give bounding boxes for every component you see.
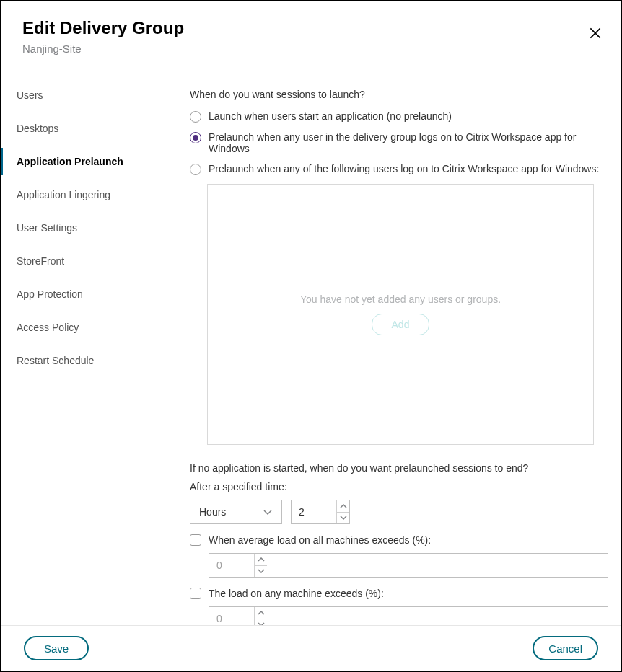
avg-load-spinner[interactable]: [209, 553, 608, 578]
dialog-header: Edit Delivery Group Nanjing-Site: [1, 1, 621, 68]
radio-label: Prelaunch when any user in the delivery …: [209, 131, 608, 154]
end-question: If no application is started, when do yo…: [190, 462, 608, 474]
avg-load-checkbox[interactable]: [190, 534, 201, 546]
after-time-label: After a specified time:: [190, 481, 608, 492]
avg-load-checkbox-row[interactable]: When average load on all machines exceed…: [190, 534, 608, 546]
users-list-box: You have not yet added any users or grou…: [207, 184, 594, 445]
sidebar-item-restart-schedule[interactable]: Restart Schedule: [1, 347, 172, 374]
dialog-subtitle: Nanjing-Site: [22, 43, 600, 55]
spinner-down-button[interactable]: [255, 566, 267, 578]
launch-question: When do you want sessions to launch?: [190, 89, 608, 100]
sidebar-item-label: Restart Schedule: [17, 355, 94, 366]
avg-load-input[interactable]: [209, 554, 254, 577]
close-button[interactable]: [587, 25, 604, 43]
sidebar-item-label: Application Lingering: [17, 189, 110, 200]
sidebar: Users Desktops Application Prelaunch App…: [1, 68, 172, 625]
save-button[interactable]: Save: [24, 636, 89, 660]
radio-following-users[interactable]: Prelaunch when any of the following user…: [190, 163, 608, 175]
sidebar-item-label: App Protection: [17, 288, 83, 300]
add-user-button[interactable]: Add: [372, 314, 429, 335]
sidebar-item-label: Access Policy: [17, 322, 79, 333]
radio-any-user[interactable]: Prelaunch when any user in the delivery …: [190, 131, 608, 154]
sidebar-item-label: Application Prelaunch: [17, 156, 123, 167]
avg-load-label: When average load on all machines exceed…: [209, 534, 431, 546]
sidebar-item-storefront[interactable]: StoreFront: [1, 247, 172, 275]
chevron-down-icon: [263, 507, 273, 517]
sidebar-item-label: Desktops: [17, 123, 58, 134]
any-load-checkbox-row[interactable]: The load on any machine exceeds (%):: [190, 588, 608, 599]
dialog-title: Edit Delivery Group: [22, 18, 600, 38]
radio-icon: [190, 111, 201, 123]
sidebar-item-app-protection[interactable]: App Protection: [1, 280, 172, 308]
sidebar-item-desktops[interactable]: Desktops: [1, 115, 172, 142]
radio-label: Prelaunch when any of the following user…: [209, 163, 599, 174]
radio-icon: [190, 132, 201, 143]
sidebar-item-app-prelaunch[interactable]: Application Prelaunch: [1, 148, 172, 175]
sidebar-item-users[interactable]: Users: [1, 81, 172, 109]
any-load-checkbox[interactable]: [190, 588, 201, 599]
any-load-label: The load on any machine exceeds (%):: [209, 588, 384, 599]
radio-label: Launch when users start an application (…: [209, 110, 452, 122]
radio-no-prelaunch[interactable]: Launch when users start an application (…: [190, 110, 608, 123]
sidebar-item-access-policy[interactable]: Access Policy: [1, 314, 172, 341]
close-icon: [588, 26, 603, 40]
spinner-down-button[interactable]: [255, 619, 267, 625]
spinner-up-button[interactable]: [255, 554, 267, 566]
sidebar-item-label: Users: [17, 89, 43, 101]
radio-icon: [190, 164, 201, 175]
time-value-input[interactable]: [292, 500, 336, 523]
time-value-spinner[interactable]: [291, 500, 350, 524]
sidebar-item-user-settings[interactable]: User Settings: [1, 214, 172, 242]
sidebar-item-label: User Settings: [17, 222, 77, 234]
spinner-up-button[interactable]: [255, 607, 267, 619]
time-unit-value: Hours: [199, 506, 263, 518]
sidebar-item-label: StoreFront: [17, 255, 64, 267]
cancel-button[interactable]: Cancel: [533, 636, 598, 660]
main-panel: When do you want sessions to launch? Lau…: [172, 68, 621, 625]
time-unit-select[interactable]: Hours: [190, 500, 282, 524]
dialog-footer: Save Cancel: [1, 625, 621, 672]
spinner-up-button[interactable]: [337, 500, 349, 513]
spinner-down-button[interactable]: [337, 513, 349, 524]
sidebar-item-app-lingering[interactable]: Application Lingering: [1, 181, 172, 208]
users-empty-text: You have not yet added any users or grou…: [300, 293, 501, 305]
any-load-spinner[interactable]: [209, 606, 608, 625]
any-load-input[interactable]: [209, 607, 254, 625]
